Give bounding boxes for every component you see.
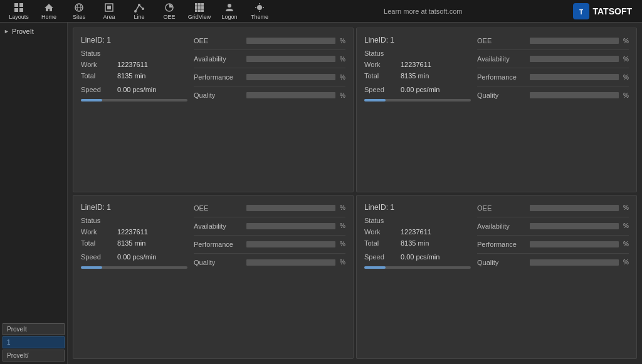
nav-theme[interactable]: Theme <box>246 1 273 22</box>
panel-speed-label: Speed <box>81 253 112 261</box>
nav-sites[interactable]: Sites <box>65 1 93 22</box>
panel-status-row: Status <box>364 49 471 57</box>
nav-oee[interactable]: OEE <box>155 1 183 22</box>
metric-bar-bg <box>246 74 335 80</box>
metric-row-quality: Quality % <box>477 257 629 268</box>
nav-gridview[interactable]: GridView <box>186 1 213 22</box>
svg-point-26 <box>257 5 262 10</box>
metric-divider <box>194 253 345 254</box>
panel-total-label: Total <box>364 72 396 80</box>
sidebar-item-proveit[interactable]: ► ProveIt <box>0 25 67 38</box>
metric-label: Quality <box>194 259 244 266</box>
metric-unit: % <box>621 222 629 229</box>
metric-row-availability: Availability % <box>194 54 345 64</box>
oee-icon <box>164 3 174 13</box>
panel-line-id: LineID: 1 <box>81 36 187 44</box>
metric-unit: % <box>621 241 629 247</box>
metric-unit: % <box>621 259 629 266</box>
nav-home[interactable]: Home <box>35 1 63 22</box>
metric-unit: % <box>338 74 345 81</box>
panel-work-row: Work 12237611 <box>81 61 187 68</box>
metric-bar-bg <box>530 56 619 62</box>
panel-speed-bar-fill <box>364 266 386 269</box>
nav-layouts[interactable]: Layouts <box>5 1 33 22</box>
svg-rect-20 <box>198 6 201 9</box>
metric-row-availability: Availability % <box>477 221 629 231</box>
metric-unit: % <box>338 259 345 266</box>
panel-status-label: Status <box>364 49 396 57</box>
sites-icon <box>74 3 84 13</box>
svg-rect-17 <box>198 3 201 6</box>
metric-bar-bg <box>246 92 335 98</box>
metric-label: OEE <box>477 204 527 212</box>
svg-point-12 <box>134 10 137 13</box>
top-nav: Layouts Home Sites Area Line OEE GridV <box>0 0 642 23</box>
panel-status-label: Status <box>364 217 396 224</box>
metric-label: Availability <box>477 55 527 63</box>
svg-point-14 <box>142 8 144 10</box>
panel-work-row: Work 12237611 <box>364 61 471 68</box>
panel-speed-value: 0.00 pcs/min <box>117 253 156 261</box>
panel-total-row: Total 8135 min <box>81 239 187 247</box>
nav-tagline: Learn more at tatsoft.com <box>276 8 571 15</box>
panel-total-row: Total 8135 min <box>81 72 187 80</box>
panel-speed-bar <box>364 266 471 269</box>
metric-bar-bg <box>530 38 619 44</box>
panel-status-label: Status <box>81 217 112 224</box>
panel-line-id: LineID: 1 <box>364 36 471 44</box>
svg-rect-22 <box>195 9 197 12</box>
metric-row-oee: OEE % <box>194 36 345 46</box>
metric-bar-bg <box>530 205 619 211</box>
metric-unit: % <box>338 204 345 211</box>
metric-label: Performance <box>194 241 244 248</box>
metric-divider <box>477 68 629 68</box>
panel-total-label: Total <box>81 239 112 247</box>
svg-rect-16 <box>195 3 197 6</box>
metric-label: Performance <box>477 73 527 81</box>
panel-speed-value: 0.00 pcs/min <box>401 253 439 261</box>
metric-unit: % <box>621 204 629 211</box>
panel-total-row: Total 8135 min <box>364 72 471 80</box>
panel-speed-bar <box>81 266 187 269</box>
panel-4: LineID: 1 Status Work 12237611 Total 813… <box>356 195 637 360</box>
metric-unit: % <box>338 241 345 247</box>
panel-speed-bar-fill <box>81 266 102 269</box>
panel-1-right: OEE % Availability % Performance % Quali… <box>194 36 345 184</box>
panel-3: LineID: 1 Status Work 12237611 Total 813… <box>73 195 354 360</box>
metric-bar-bg <box>246 259 335 266</box>
metric-label: OEE <box>477 37 527 44</box>
panel-status-row: Status <box>81 217 187 224</box>
panel-speed-row: Speed 0.00 pcs/min <box>81 253 187 261</box>
metric-row-availability: Availability % <box>477 54 629 64</box>
panel-3-left: LineID: 1 Status Work 12237611 Total 813… <box>81 203 187 351</box>
metric-unit: % <box>621 38 629 44</box>
svg-rect-24 <box>201 9 204 12</box>
metric-label: Quality <box>194 91 244 99</box>
panel-speed-row: Speed 0.00 pcs/min <box>81 86 187 93</box>
panel-total-value: 8135 min <box>117 72 145 80</box>
nav-area[interactable]: Area <box>95 1 123 22</box>
metric-divider <box>477 86 629 86</box>
panel-speed-bar <box>364 99 471 101</box>
nav-logon[interactable]: Logon <box>216 1 243 22</box>
svg-rect-3 <box>19 8 23 12</box>
panel-2-left: LineID: 1 Status Work 12237611 Total 813… <box>364 36 471 184</box>
metric-unit: % <box>338 92 345 99</box>
metric-row-oee: OEE % <box>477 203 629 213</box>
metric-row-availability: Availability % <box>194 221 345 231</box>
nav-line[interactable]: Line <box>125 1 153 22</box>
panel-status-row: Status <box>81 49 187 57</box>
panel-speed-row: Speed 0.00 pcs/min <box>364 86 471 93</box>
metric-row-quality: Quality % <box>194 90 345 100</box>
svg-rect-19 <box>195 6 197 9</box>
home-icon <box>44 3 54 13</box>
sidebar: ► ProveIt ProveIt 1 ProveIt/ <box>0 23 68 364</box>
svg-rect-9 <box>107 6 111 9</box>
metric-label: Availability <box>194 222 244 230</box>
svg-rect-23 <box>198 9 201 12</box>
metric-unit: % <box>338 56 345 63</box>
panel-line-id: LineID: 1 <box>364 203 471 212</box>
panel-work-row: Work 12237611 <box>81 228 187 236</box>
panel-work-value: 12237611 <box>401 228 431 236</box>
metric-label: OEE <box>194 37 244 44</box>
